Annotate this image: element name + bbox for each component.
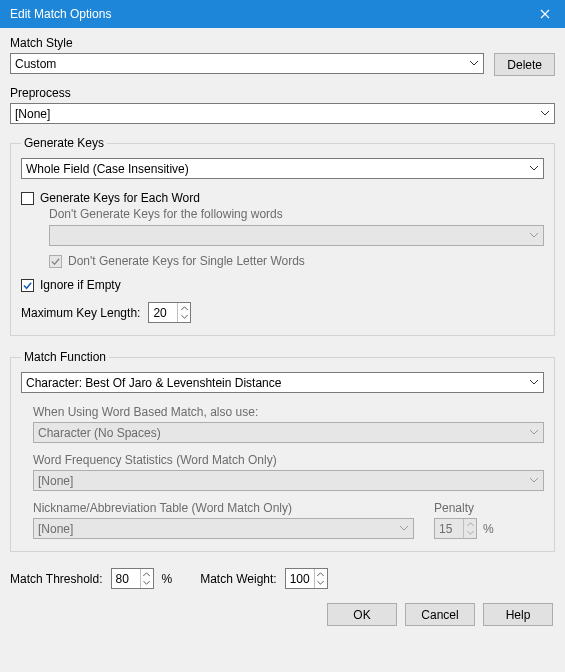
spinner-down-icon[interactable] (178, 313, 190, 323)
cancel-button[interactable]: Cancel (405, 603, 475, 626)
generate-keys-legend: Generate Keys (21, 136, 107, 150)
match-function-combo[interactable]: Character: Best Of Jaro & Levenshtein Di… (21, 372, 544, 393)
match-weight-input[interactable] (286, 569, 314, 588)
nickname-value: [None] (38, 522, 73, 536)
penalty-spinner (434, 518, 477, 539)
spinner-down-icon[interactable] (141, 579, 153, 589)
match-style-value: Custom (15, 57, 56, 71)
penalty-label: Penalty (434, 501, 544, 515)
ok-button[interactable]: OK (327, 603, 397, 626)
match-function-legend: Match Function (21, 350, 109, 364)
spinner-down-icon (464, 529, 476, 539)
titlebar: Edit Match Options (0, 0, 565, 28)
preprocess-value: [None] (15, 107, 50, 121)
match-threshold-input[interactable] (112, 569, 140, 588)
word-based-value: Character (No Spaces) (38, 426, 161, 440)
max-key-len-input[interactable] (149, 303, 177, 322)
generate-keys-combo[interactable]: Whole Field (Case Insensitive) (21, 158, 544, 179)
window-title: Edit Match Options (10, 7, 111, 21)
max-key-len-spinner[interactable] (148, 302, 191, 323)
preprocess-combo[interactable]: [None] (10, 103, 555, 124)
word-freq-combo: [None] (33, 470, 544, 491)
max-key-len-label: Maximum Key Length: (21, 306, 140, 320)
delete-button[interactable]: Delete (494, 53, 555, 76)
match-threshold-suffix: % (162, 572, 173, 586)
generate-keys-fieldset: Generate Keys Whole Field (Case Insensit… (10, 136, 555, 336)
each-word-checkbox[interactable]: Generate Keys for Each Word (21, 191, 544, 205)
no-gen-words-combo (49, 225, 544, 246)
match-threshold-spinner[interactable] (111, 568, 154, 589)
match-threshold-label: Match Threshold: (10, 572, 103, 586)
chevron-down-icon (528, 427, 540, 439)
match-function-fieldset: Match Function Character: Best Of Jaro &… (10, 350, 555, 552)
chevron-down-icon (528, 230, 540, 242)
chevron-down-icon (539, 108, 551, 120)
spinner-up-icon[interactable] (178, 303, 190, 313)
penalty-input (435, 519, 463, 538)
chevron-down-icon (468, 58, 480, 70)
nickname-combo: [None] (33, 518, 414, 539)
chevron-down-icon (528, 163, 540, 175)
word-based-label: When Using Word Based Match, also use: (33, 405, 544, 419)
penalty-suffix: % (483, 522, 494, 536)
chevron-down-icon (528, 475, 540, 487)
match-weight-label: Match Weight: (200, 572, 276, 586)
spinner-up-icon[interactable] (141, 569, 153, 579)
close-icon[interactable] (533, 2, 557, 26)
match-style-label: Match Style (10, 36, 555, 50)
each-word-label: Generate Keys for Each Word (40, 191, 200, 205)
match-weight-spinner[interactable] (285, 568, 328, 589)
match-style-combo[interactable]: Custom (10, 53, 484, 74)
no-gen-words-label: Don't Generate Keys for the following wo… (49, 207, 544, 221)
spinner-down-icon[interactable] (315, 579, 327, 589)
nickname-label: Nickname/Abbreviation Table (Word Match … (33, 501, 414, 515)
checkbox-box (49, 255, 62, 268)
word-freq-value: [None] (38, 474, 73, 488)
preprocess-label: Preprocess (10, 86, 555, 100)
help-button[interactable]: Help (483, 603, 553, 626)
single-letter-checkbox: Don't Generate Keys for Single Letter Wo… (49, 254, 544, 268)
dialog-buttons: OK Cancel Help (10, 603, 555, 626)
ignore-empty-label: Ignore if Empty (40, 278, 121, 292)
single-letter-label: Don't Generate Keys for Single Letter Wo… (68, 254, 305, 268)
word-freq-label: Word Frequency Statistics (Word Match On… (33, 453, 544, 467)
checkbox-box (21, 192, 34, 205)
chevron-down-icon (398, 523, 410, 535)
chevron-down-icon (528, 377, 540, 389)
match-function-value: Character: Best Of Jaro & Levenshtein Di… (26, 376, 281, 390)
dialog-content: Match Style Custom Delete Preprocess [No… (0, 28, 565, 636)
ignore-empty-checkbox[interactable]: Ignore if Empty (21, 278, 544, 292)
spinner-up-icon (464, 519, 476, 529)
checkbox-box (21, 279, 34, 292)
generate-keys-value: Whole Field (Case Insensitive) (26, 162, 189, 176)
word-based-combo: Character (No Spaces) (33, 422, 544, 443)
spinner-up-icon[interactable] (315, 569, 327, 579)
